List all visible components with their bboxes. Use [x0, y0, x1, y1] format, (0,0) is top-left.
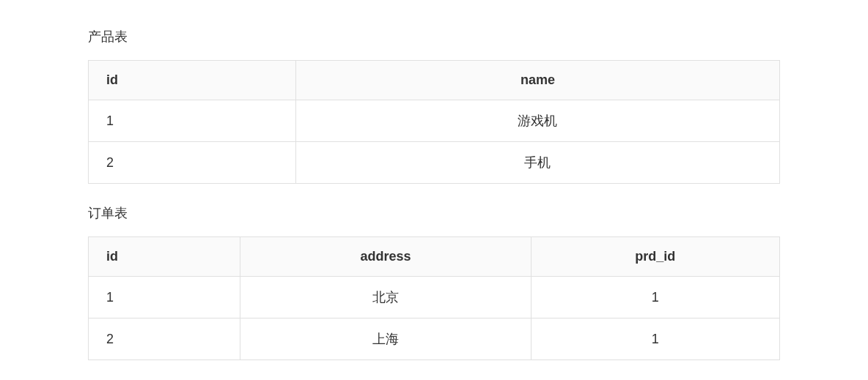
order-table-title: 订单表	[88, 204, 780, 222]
order-table: id address prd_id 1 北京 1 2 上海 1	[88, 236, 780, 360]
table-header-row: id address prd_id	[89, 237, 780, 277]
table-row: 2 手机	[89, 142, 780, 184]
table-row: 1 北京 1	[89, 277, 780, 318]
cell-id: 1	[89, 277, 240, 318]
table-header-row: id name	[89, 61, 780, 100]
cell-address: 上海	[240, 318, 531, 360]
column-header-name: name	[295, 61, 779, 100]
cell-name: 手机	[295, 142, 779, 184]
cell-id: 1	[89, 100, 296, 142]
column-header-id: id	[89, 237, 240, 277]
cell-name: 游戏机	[295, 100, 779, 142]
cell-prd-id: 1	[531, 277, 780, 318]
cell-id: 2	[89, 318, 240, 360]
product-table-title: 产品表	[88, 28, 780, 45]
cell-id: 2	[89, 142, 296, 184]
product-table: id name 1 游戏机 2 手机	[88, 60, 780, 184]
column-header-prd-id: prd_id	[531, 237, 780, 277]
column-header-id: id	[89, 61, 296, 100]
column-header-address: address	[240, 237, 531, 277]
cell-prd-id: 1	[531, 318, 780, 360]
cell-address: 北京	[240, 277, 531, 318]
table-row: 2 上海 1	[89, 318, 780, 360]
table-row: 1 游戏机	[89, 100, 780, 142]
